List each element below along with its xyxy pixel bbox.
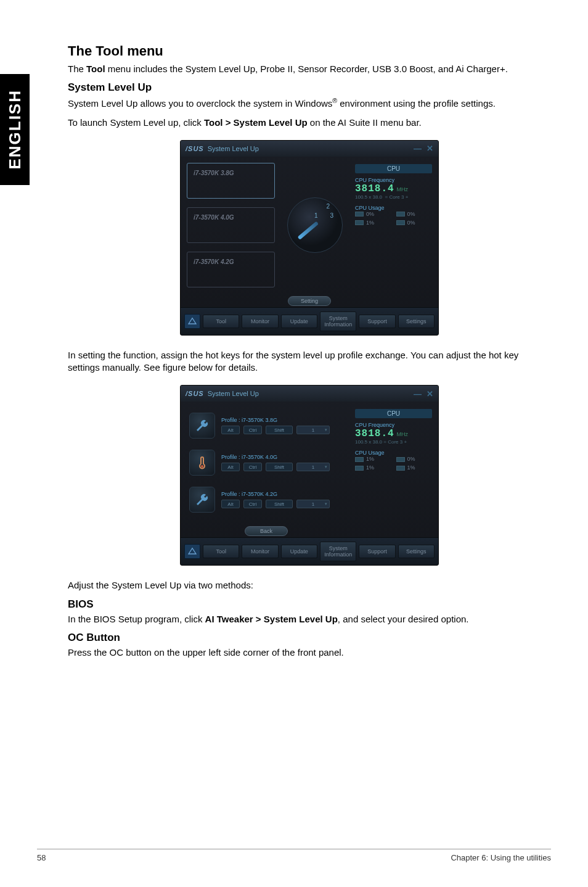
footer-support-button[interactable]: Support bbox=[359, 315, 395, 328]
dial-marks: 2 1 3 bbox=[314, 203, 333, 219]
hotkey-mod-input[interactable]: Ctrl bbox=[243, 426, 262, 434]
dial-needle-icon bbox=[298, 221, 319, 239]
footer-sysinfo-button[interactable]: System Information bbox=[320, 542, 356, 561]
cpu-header: CPU bbox=[355, 164, 432, 173]
brand-logo: /SUS bbox=[186, 390, 204, 397]
system-level-up-window-main: /SUS System Level Up — ✕ i7-3570K 3.8G i… bbox=[180, 140, 439, 336]
cpu-usage-cell: 0% bbox=[396, 211, 433, 217]
profile-hotkey-row: Profile : i7-3570K 4.2G Alt Ctrl Shift 1 bbox=[189, 487, 346, 513]
profile-option-2[interactable]: i7-3570K 4.0G bbox=[187, 207, 275, 243]
hotkey-mod-input[interactable]: Shift bbox=[266, 426, 293, 434]
hotkey-mod-input[interactable]: Shift bbox=[266, 500, 293, 508]
cpu-frequency-section: CPU Frequency 3818.4 MHz 100.5 x 38.0 = … bbox=[355, 177, 432, 200]
cpu-usage-section: CPU Usage 1% 0% 1% 1% bbox=[355, 450, 432, 471]
para-tool-intro: The Tool menu includes the System Level … bbox=[68, 63, 551, 75]
page-number: 58 bbox=[37, 853, 46, 862]
para-setting-function: In setting the function, assign the hot … bbox=[68, 349, 551, 374]
ai-suite-logo-icon[interactable] bbox=[184, 544, 200, 559]
footer-support-button[interactable]: Support bbox=[359, 545, 395, 558]
para-slu-intro: System Level Up allows you to overclock … bbox=[68, 96, 551, 110]
window-title: System Level Up bbox=[208, 145, 259, 152]
footer-monitor-button[interactable]: Monitor bbox=[242, 545, 278, 558]
profile-option-1[interactable]: i7-3570K 3.8G bbox=[187, 163, 275, 199]
brand-logo: /SUS bbox=[186, 145, 204, 152]
profile-option-3[interactable]: i7-3570K 4.2G bbox=[187, 252, 275, 287]
language-label: ENGLISH bbox=[6, 89, 25, 170]
cpu-usage-cell: 1% bbox=[355, 220, 391, 226]
footer-settings-button[interactable]: Settings bbox=[398, 545, 435, 558]
cpu-usage-cell: 0% bbox=[355, 211, 391, 217]
heading-system-level-up: System Level Up bbox=[68, 81, 551, 94]
heading-oc-button: OC Button bbox=[68, 632, 551, 644]
hotkey-mod-input[interactable]: Alt bbox=[221, 426, 240, 434]
cpu-usage-cell: 1% bbox=[396, 464, 433, 471]
profile-hotkey-row: Profile : i7-3570K 3.8G Alt Ctrl Shift 1 bbox=[189, 413, 346, 439]
cpu-frequency-value: 3818.4 bbox=[355, 428, 394, 439]
window-footer: Tool Monitor Update System Information S… bbox=[181, 307, 438, 335]
hotkey-mod-input[interactable]: Alt bbox=[221, 463, 240, 471]
cpu-usage-cell: 1% bbox=[355, 456, 391, 462]
cpu-frequency-section: CPU Frequency 3818.4 MHz 100.5 x 38.0 = … bbox=[355, 422, 432, 445]
cpu-usage-cell: 0% bbox=[396, 220, 433, 226]
level-dial[interactable]: 2 1 3 bbox=[287, 197, 343, 253]
hotkey-key-select[interactable]: 1 bbox=[296, 500, 330, 508]
page-footer: 58 Chapter 6: Using the utilities bbox=[37, 849, 551, 862]
cpu-frequency-value: 3818.4 bbox=[355, 183, 394, 194]
back-button[interactable]: Back bbox=[245, 526, 288, 536]
para-adjust-methods: Adjust the System Level Up via two metho… bbox=[68, 579, 551, 592]
thermometer-icon bbox=[189, 450, 215, 476]
svg-point-0 bbox=[201, 465, 203, 468]
hotkey-key-select[interactable]: 1 bbox=[296, 463, 330, 471]
footer-sysinfo-button[interactable]: System Information bbox=[320, 311, 356, 331]
hotkey-mod-input[interactable]: Ctrl bbox=[243, 500, 262, 508]
footer-settings-button[interactable]: Settings bbox=[398, 315, 435, 328]
cpu-usage-cell: 1% bbox=[355, 464, 391, 471]
minimize-icon[interactable]: — bbox=[414, 389, 422, 398]
para-bios: In the BIOS Setup program, click AI Twea… bbox=[68, 613, 551, 625]
hotkey-key-select[interactable]: 1 bbox=[296, 426, 330, 434]
ai-suite-logo-icon[interactable] bbox=[184, 314, 200, 329]
cpu-header: CPU bbox=[355, 409, 432, 418]
para-slu-launch: To launch System Level up, click Tool > … bbox=[68, 117, 551, 129]
profile-hotkey-row: Profile : i7-3570K 4.0G Alt Ctrl Shift 1 bbox=[189, 450, 346, 476]
wrench-icon bbox=[189, 413, 215, 439]
system-level-up-window-settings: /SUS System Level Up — ✕ Profile : i7-3 bbox=[180, 385, 439, 566]
cpu-usage-cell: 0% bbox=[396, 456, 433, 462]
titlebar: /SUS System Level Up — ✕ bbox=[181, 141, 438, 157]
cpu-usage-section: CPU Usage 0% 0% 1% 0% bbox=[355, 205, 432, 226]
window-title: System Level Up bbox=[208, 390, 259, 397]
footer-tool-button[interactable]: Tool bbox=[203, 315, 239, 328]
chapter-label: Chapter 6: Using the utilities bbox=[451, 853, 551, 862]
close-icon[interactable]: ✕ bbox=[427, 144, 433, 153]
language-side-tab: ENGLISH bbox=[0, 74, 30, 185]
hotkey-mod-input[interactable]: Shift bbox=[266, 463, 293, 471]
footer-monitor-button[interactable]: Monitor bbox=[242, 315, 278, 328]
close-icon[interactable]: ✕ bbox=[427, 389, 433, 398]
para-oc: Press the OC button on the upper left si… bbox=[68, 646, 551, 659]
setting-button[interactable]: Setting bbox=[288, 296, 331, 306]
window-footer: Tool Monitor Update System Information S… bbox=[181, 537, 438, 565]
hotkey-mod-input[interactable]: Alt bbox=[221, 500, 240, 508]
footer-tool-button[interactable]: Tool bbox=[203, 545, 239, 558]
titlebar: /SUS System Level Up — ✕ bbox=[181, 386, 438, 402]
heading-tool-menu: The Tool menu bbox=[68, 43, 551, 59]
minimize-icon[interactable]: — bbox=[414, 144, 422, 153]
hotkey-mod-input[interactable]: Ctrl bbox=[243, 463, 262, 471]
wrench-icon bbox=[189, 487, 215, 513]
footer-update-button[interactable]: Update bbox=[281, 315, 317, 328]
heading-bios: BIOS bbox=[68, 598, 551, 611]
footer-update-button[interactable]: Update bbox=[281, 545, 317, 558]
